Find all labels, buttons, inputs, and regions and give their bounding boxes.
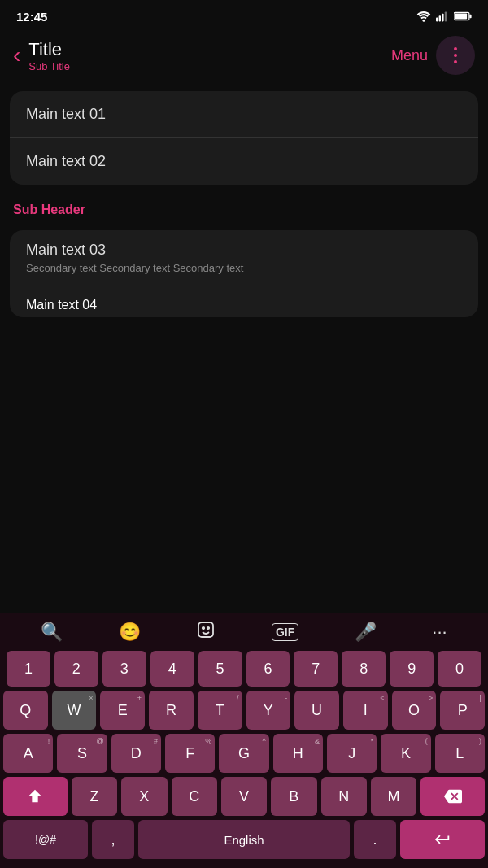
list-item-3-main: Main text 03 xyxy=(26,242,462,259)
keyboard: 🔍 😊 GIF 🎤 ··· 1 2 3 4 5 6 7 8 9 0 xyxy=(0,613,488,868)
key-1[interactable]: 1 xyxy=(7,651,50,687)
key-z[interactable]: Z xyxy=(72,777,117,816)
key-5[interactable]: 5 xyxy=(198,651,242,687)
key-i[interactable]: <I xyxy=(343,691,388,730)
signal-icon xyxy=(436,11,449,22)
list-item-2[interactable]: Main text 02 xyxy=(10,138,478,185)
list-item-3-secondary: Secondary text Secondary text Secondary … xyxy=(26,262,462,274)
key-e[interactable]: +E xyxy=(100,691,145,730)
svg-rect-8 xyxy=(198,622,213,637)
key-y[interactable]: -Y xyxy=(246,691,291,730)
key-2[interactable]: 2 xyxy=(54,651,98,687)
key-4[interactable]: 4 xyxy=(150,651,194,687)
battery-icon xyxy=(454,11,472,21)
key-q[interactable]: Q xyxy=(3,691,48,730)
wifi-icon xyxy=(416,11,431,22)
list-item-1[interactable]: Main text 01 xyxy=(10,91,478,138)
key-m[interactable]: M xyxy=(371,777,416,816)
key-s[interactable]: @S xyxy=(57,734,107,773)
key-w[interactable]: ×W xyxy=(52,691,97,730)
status-time: 12:45 xyxy=(16,10,47,24)
key-n[interactable]: N xyxy=(321,777,367,816)
svg-rect-7 xyxy=(455,13,467,19)
emoji-icon[interactable]: 😊 xyxy=(119,622,141,643)
list-section-2: Main text 03 Secondary text Secondary te… xyxy=(10,230,478,317)
search-icon[interactable]: 🔍 xyxy=(41,622,63,643)
back-button[interactable]: ‹ xyxy=(13,44,20,67)
svg-point-10 xyxy=(207,627,209,629)
key-d[interactable]: #D xyxy=(111,734,161,773)
key-b[interactable]: B xyxy=(271,777,316,816)
status-bar: 12:45 xyxy=(0,0,488,29)
app-title: Title xyxy=(28,39,70,60)
svg-rect-4 xyxy=(445,11,447,21)
shift-key[interactable] xyxy=(3,777,68,816)
list-item-4-text: Main text 04 xyxy=(26,298,97,312)
key-8[interactable]: 8 xyxy=(342,651,386,687)
key-9[interactable]: 9 xyxy=(390,651,434,687)
key-u[interactable]: U xyxy=(294,691,339,730)
app-subtitle: Sub Title xyxy=(28,60,70,72)
app-bar-left: ‹ Title Sub Title xyxy=(13,39,70,72)
svg-rect-3 xyxy=(442,14,443,22)
zxcv-row: Z X C V B N M xyxy=(3,777,485,816)
symbols-key[interactable]: !@# xyxy=(3,820,88,859)
key-x[interactable]: X xyxy=(121,777,167,816)
more-options-button[interactable] xyxy=(436,36,475,75)
key-7[interactable]: 7 xyxy=(294,651,338,687)
period-key[interactable]: . xyxy=(354,820,396,859)
svg-rect-6 xyxy=(469,15,471,19)
list-item-4-partial[interactable]: Main text 04 xyxy=(10,286,478,317)
sticker-icon[interactable] xyxy=(196,620,216,644)
comma-key[interactable]: , xyxy=(92,820,134,859)
number-row: 1 2 3 4 5 6 7 8 9 0 xyxy=(3,651,485,687)
key-r[interactable]: R xyxy=(149,691,194,730)
key-c[interactable]: C xyxy=(172,777,217,816)
key-p[interactable]: [P xyxy=(440,691,485,730)
key-o[interactable]: >O xyxy=(392,691,437,730)
app-bar-right: Menu xyxy=(391,36,475,75)
more-dots-icon xyxy=(454,47,457,63)
app-bar: ‹ Title Sub Title Menu xyxy=(0,29,488,85)
svg-rect-1 xyxy=(436,18,438,22)
list-section-1: Main text 01 Main text 02 xyxy=(10,91,478,185)
key-t[interactable]: /T xyxy=(198,691,242,730)
backspace-key[interactable] xyxy=(420,777,485,816)
key-h[interactable]: &H xyxy=(273,734,323,773)
svg-point-0 xyxy=(423,20,425,22)
more-icon[interactable]: ··· xyxy=(432,622,447,643)
sub-header: Sub Header xyxy=(0,191,488,224)
key-v[interactable]: V xyxy=(221,777,267,816)
enter-key[interactable] xyxy=(400,820,485,859)
svg-rect-2 xyxy=(439,15,441,21)
list-item-3[interactable]: Main text 03 Secondary text Secondary te… xyxy=(10,230,478,286)
keyboard-toolbar: 🔍 😊 GIF 🎤 ··· xyxy=(0,613,488,648)
key-6[interactable]: 6 xyxy=(246,651,290,687)
gif-icon[interactable]: GIF xyxy=(272,623,298,641)
svg-point-9 xyxy=(203,627,204,629)
key-0[interactable]: 0 xyxy=(438,651,481,687)
key-k[interactable]: (K xyxy=(381,734,430,773)
key-g[interactable]: ^G xyxy=(219,734,268,773)
spacebar[interactable]: English xyxy=(138,820,350,859)
key-a[interactable]: !A xyxy=(3,734,53,773)
bottom-row: !@# , English . xyxy=(3,820,485,859)
status-icons xyxy=(416,11,472,22)
menu-button[interactable]: Menu xyxy=(391,47,428,64)
qwerty-row: Q ×W +E R /T -Y U <I >O [P xyxy=(3,691,485,730)
key-j[interactable]: *J xyxy=(327,734,377,773)
asdf-row: !A @S #D %F ^G &H *J (K xyxy=(3,734,485,773)
key-l[interactable]: )L xyxy=(435,734,485,773)
key-3[interactable]: 3 xyxy=(102,651,146,687)
keyboard-rows: 1 2 3 4 5 6 7 8 9 0 Q ×W +E R /T -Y xyxy=(0,648,488,868)
mic-icon[interactable]: 🎤 xyxy=(355,622,377,643)
key-f[interactable]: %F xyxy=(165,734,215,773)
title-group: Title Sub Title xyxy=(28,39,70,72)
